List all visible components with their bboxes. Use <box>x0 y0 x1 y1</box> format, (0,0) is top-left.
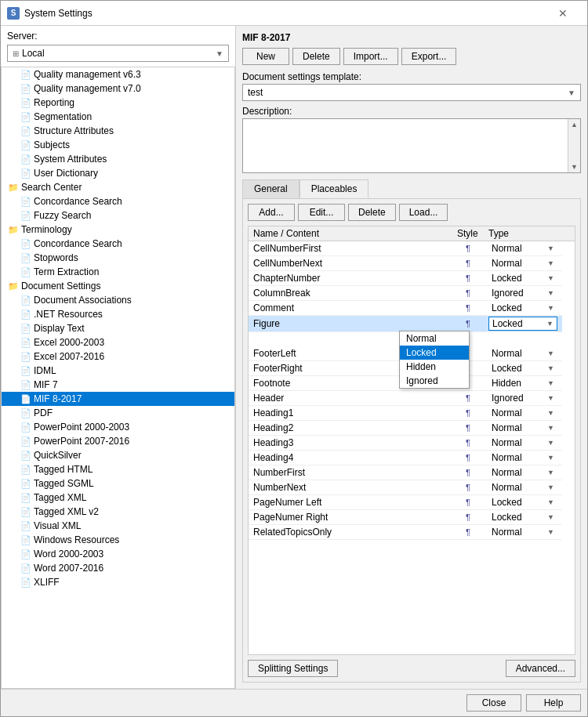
tree-item-pdf[interactable]: 📄PDF <box>2 406 234 420</box>
type-dropdown[interactable]: Locked ▼ <box>488 362 557 375</box>
dropdown-option-ignored[interactable]: Ignored <box>400 374 469 388</box>
tree-item-win_resources[interactable]: 📄Windows Resources <box>2 533 234 547</box>
add-button[interactable]: Add... <box>248 204 295 221</box>
dropdown-option-normal[interactable]: Normal <box>400 331 469 346</box>
tree-item-conc_search2[interactable]: 📄Concordance Search <box>2 237 234 251</box>
new-button[interactable]: New <box>242 48 289 65</box>
edit-button[interactable]: Edit... <box>298 204 345 221</box>
tree-item-user_dict[interactable]: 📄User Dictionary <box>2 166 234 180</box>
tree-item-terminology[interactable]: 📁Terminology <box>2 223 234 237</box>
tree-item-fuzzy_search[interactable]: 📄Fuzzy Search <box>2 208 234 223</box>
type-dropdown[interactable]: Normal ▼ <box>488 242 557 255</box>
type-dropdown[interactable]: Normal ▼ <box>488 436 557 449</box>
type-dropdown-popup[interactable]: NormalLockedHiddenIgnored <box>399 331 470 389</box>
type-dropdown[interactable]: Hidden ▼ <box>488 377 557 389</box>
type-dropdown[interactable]: Locked ▼ <box>488 302 557 314</box>
tree-item-word2000[interactable]: 📄Word 2000-2003 <box>2 547 234 561</box>
tree-item-quicksilver[interactable]: 📄QuickSilver <box>2 448 234 462</box>
tree-item-search_center[interactable]: 📁Search Center <box>2 180 234 194</box>
tree-item-term_extraction[interactable]: 📄Term Extraction <box>2 265 234 279</box>
scroll-down-icon[interactable]: ▼ <box>569 161 579 172</box>
type-dropdown[interactable]: Normal ▼ <box>488 451 557 464</box>
tree-item-reporting[interactable]: 📄Reporting <box>2 96 234 110</box>
cell-type[interactable]: Locked ▼ <box>484 360 562 375</box>
cell-type[interactable]: Locked ▼ <box>484 509 562 524</box>
tree-item-tagged_html[interactable]: 📄Tagged HTML <box>2 462 234 476</box>
tree-item-doc_assoc[interactable]: 📄Document Associations <box>2 293 234 307</box>
tree-item-quality70[interactable]: 📄Quality management v7.0 <box>2 81 234 96</box>
tree-item-tagged_xml2[interactable]: 📄Tagged XML v2 <box>2 505 234 519</box>
tab-general[interactable]: General <box>242 179 299 198</box>
tree-item-structure_attr[interactable]: 📄Structure Attributes <box>2 124 234 138</box>
action-delete-button[interactable]: Delete <box>348 204 396 221</box>
type-dropdown[interactable]: Locked ▼ <box>488 511 557 523</box>
type-dropdown[interactable]: Ignored ▼ <box>488 392 557 404</box>
cell-type[interactable]: Normal ▼ <box>484 241 562 256</box>
type-dropdown[interactable]: Locked ▼ <box>488 272 557 284</box>
close-dialog-button[interactable]: Close <box>466 694 521 712</box>
cell-type[interactable]: Normal ▼ <box>484 405 562 420</box>
cell-type[interactable]: Locked ▼ <box>484 301 562 316</box>
type-dropdown[interactable]: Normal ▼ <box>488 347 557 360</box>
cell-type[interactable]: Normal ▼ <box>484 256 562 271</box>
tree-item-xliff[interactable]: 📄XLIFF <box>2 575 234 589</box>
tree-item-excel_2007[interactable]: 📄Excel 2007-2016 <box>2 349 234 364</box>
server-dropdown[interactable]: ⊞ Local ▼ <box>7 45 229 62</box>
description-box[interactable]: ▲ ▼ <box>242 118 581 173</box>
type-dropdown[interactable]: Ignored ▼ <box>488 287 557 299</box>
tree-item-ppt2000[interactable]: 📄PowerPoint 2000-2003 <box>2 420 234 434</box>
tree-item-stopwords[interactable]: 📄Stopwords <box>2 251 234 265</box>
tree-item-display_text[interactable]: 📄Display Text <box>2 321 234 335</box>
cell-type[interactable]: Normal ▼ <box>484 480 562 494</box>
close-button[interactable]: ✕ <box>545 1 581 26</box>
tree-item-segmentation[interactable]: 📄Segmentation <box>2 110 234 124</box>
export-button[interactable]: Export... <box>401 48 457 65</box>
delete-button[interactable]: Delete <box>292 48 340 65</box>
cell-type[interactable]: Ignored ▼ <box>484 390 562 405</box>
tree-item-quality63[interactable]: 📄Quality management v6.3 <box>2 67 234 81</box>
dropdown-option-hidden[interactable]: Hidden <box>400 360 469 374</box>
tree-item-subjects[interactable]: 📄Subjects <box>2 138 234 152</box>
table-scroll[interactable]: Name / Content Style Type CellNumberFirs… <box>249 226 575 540</box>
tree-item-net_resources[interactable]: 📄.NET Resources <box>2 307 234 321</box>
tree-item-system_attr[interactable]: 📄System Attributes <box>2 152 234 166</box>
type-dropdown[interactable]: Normal ▼ <box>488 526 557 538</box>
tree-item-mif8[interactable]: 📄MIF 8-2017 <box>2 392 234 406</box>
doc-settings-dropdown[interactable]: test ▼ <box>242 84 581 101</box>
cell-type[interactable]: Normal ▼ <box>484 450 562 465</box>
cell-type[interactable]: Locked ▼ <box>484 316 562 332</box>
tree-container[interactable]: 📄Quality management v6.3📄Quality managem… <box>1 67 235 689</box>
tree-item-word2007[interactable]: 📄Word 2007-2016 <box>2 561 234 575</box>
scrollbar[interactable]: ▲ ▼ <box>568 119 580 172</box>
dropdown-option-locked[interactable]: Locked <box>400 346 469 360</box>
splitting-settings-button[interactable]: Splitting Settings <box>248 660 338 677</box>
cell-type[interactable]: Locked ▼ <box>484 494 562 509</box>
cell-type[interactable]: Normal ▼ <box>484 524 562 539</box>
type-dropdown[interactable]: Normal ▼ <box>488 257 557 270</box>
type-dropdown[interactable]: Normal ▼ <box>488 481 557 494</box>
tree-item-concordance_search[interactable]: 📄Concordance Search <box>2 194 234 208</box>
tab-placeables[interactable]: Placeables <box>299 179 369 198</box>
cell-type[interactable]: Normal ▼ <box>484 435 562 450</box>
cell-type[interactable]: Locked ▼ <box>484 271 562 286</box>
tree-item-tagged_sgml[interactable]: 📄Tagged SGML <box>2 476 234 491</box>
tree-item-excel_2000[interactable]: 📄Excel 2000-2003 <box>2 335 234 349</box>
tree-item-mif7[interactable]: 📄MIF 7 <box>2 378 234 392</box>
type-dropdown[interactable]: Normal ▼ <box>488 422 557 434</box>
help-button[interactable]: Help <box>526 694 581 712</box>
cell-type[interactable]: Ignored ▼ <box>484 286 562 301</box>
cell-type[interactable]: Hidden ▼ <box>484 375 562 390</box>
cell-type[interactable]: Normal ▼ <box>484 420 562 435</box>
tree-item-ppt2007[interactable]: 📄PowerPoint 2007-2016 <box>2 434 234 448</box>
tree-item-doc_settings[interactable]: 📁Document Settings <box>2 279 234 293</box>
import-button[interactable]: Import... <box>343 48 398 65</box>
cell-type[interactable]: Normal ▼ <box>484 346 562 361</box>
type-dropdown-open[interactable]: Locked ▼ <box>488 317 557 331</box>
type-dropdown[interactable]: Normal ▼ <box>488 466 557 479</box>
type-dropdown[interactable]: Normal ▼ <box>488 407 557 419</box>
type-dropdown[interactable]: Locked ▼ <box>488 496 557 509</box>
tree-item-tagged_xml[interactable]: 📄Tagged XML <box>2 491 234 505</box>
cell-type[interactable]: Normal ▼ <box>484 465 562 480</box>
tree-item-idml[interactable]: 📄IDML <box>2 364 234 378</box>
advanced-button[interactable]: Advanced... <box>506 660 575 677</box>
